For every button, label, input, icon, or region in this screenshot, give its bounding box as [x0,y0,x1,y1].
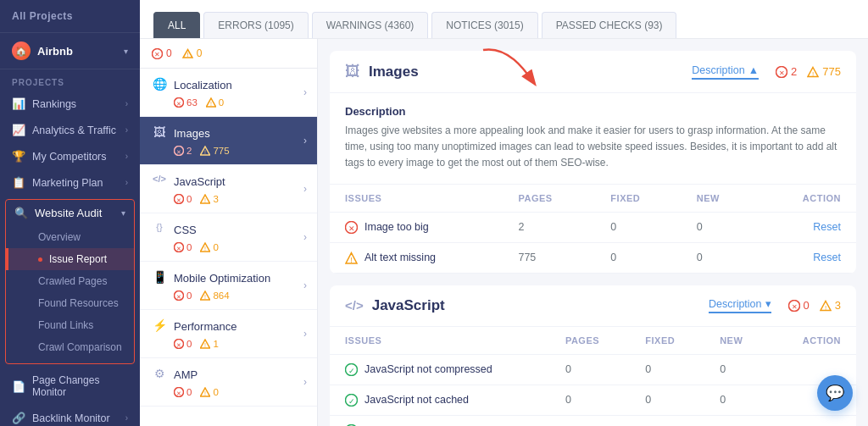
js-col-new: NEW [704,327,771,355]
javascript-section-card: </> JavaScript Description ▾ ✕ 0 ! 3 [330,285,856,426]
all-projects-label[interactable]: All Projects [0,0,140,33]
table-row: ✕ Image too big 2 0 0 Reset [330,212,856,242]
sidebar-item-rankings[interactable]: 📊 Rankings › [0,91,140,117]
left-item-css[interactable]: {} CSS ✕ 0 ! 0 › [140,213,317,262]
issue-pages-cell-2: 775 [503,242,595,273]
left-item-javascript[interactable]: </> JavaScript ✕ 0 ! 3 › [140,165,317,213]
mobile-icon: 📱 [152,270,167,285]
sidebar-website-audit-label: Website Audit [35,207,102,219]
images-col-pages: PAGES [503,185,595,213]
brand-selector[interactable]: 🏠 Airbnb ▾ [0,33,140,69]
svg-text:!: ! [204,294,206,300]
sidebar-sub-found-links[interactable]: Found Links [6,314,134,336]
images-section-icon: 🖼 [345,63,360,80]
svg-text:✓: ✓ [348,396,355,405]
tab-notices[interactable]: NOTICES (3015) [431,12,537,38]
sidebar-item-website-audit[interactable]: 🔍 Website Audit ▾ [6,200,134,226]
css-title: CSS [174,224,305,236]
tab-warnings[interactable]: WARNINGS (4360) [312,12,429,38]
js-issue-name-2: ✓ JavaScript not cached [345,394,535,407]
left-item-localization[interactable]: 🌐 Localization ✕ 63 ! 0 › [140,69,317,117]
left-item-images[interactable]: 🖼 Images ✕ 2 ! 775 › [140,117,317,165]
sidebar-item-competitors[interactable]: 🏆 My Competitors › [0,143,140,169]
analytics-icon: 📈 [12,124,25,136]
projects-section-label: PROJECTS [0,69,140,91]
javascript-icon: </> [152,174,167,189]
images-errors: ✕ 2 [174,146,192,156]
images-section-title: Images [369,64,692,80]
js-new-1: 0 [704,354,771,385]
sidebar-marketing-label: Marketing Plan [32,177,119,189]
right-panel: 🖼 Images Description ▲ ✕ 2 ! 775 [318,39,868,426]
badge-err-icon: ✕ [776,66,787,78]
filter-tabs-bar: ALL ERRORS (1095) WARNINGS (4360) NOTICE… [140,0,868,39]
rankings-chevron-icon: › [125,99,128,108]
issue-reset-button[interactable]: Reset [758,212,856,242]
sidebar-sub-overview[interactable]: Overview [6,226,134,248]
table-row: ✓ JavaScript too big 0 0 0 [330,415,856,426]
warning-triangle-icon: ! [182,48,193,59]
website-audit-section: 🔍 Website Audit ▾ Overview Issue Report … [5,199,135,364]
brand-icon: 🏠 [12,41,31,60]
chat-bubble-button[interactable]: 💬 [817,375,853,411]
images-desc-title: Description [345,105,841,118]
issue-warn-icon: ! [345,252,358,264]
sidebar-sub-crawl-comparison[interactable]: Crawl Comparison [6,336,134,358]
tab-all[interactable]: ALL [153,12,200,38]
images-description-tab[interactable]: Description ▲ [692,64,759,80]
table-row: ✓ JavaScript not cached 0 0 0 [330,385,856,415]
images-warn-icon: ! [200,146,210,156]
issue-name-cell: ✕ Image too big [345,221,487,234]
main-content: ALL ERRORS (1095) WARNINGS (4360) NOTICE… [140,0,868,426]
images-badge-warnings: ! 775 [807,65,841,78]
mobile-chevron-icon: › [303,279,307,291]
table-row: ! Alt text missing 775 0 0 Reset [330,242,856,273]
tab-passed[interactable]: PASSED CHECKS (93) [542,12,677,38]
images-warnings: ! 775 [200,146,229,156]
svg-text:✕: ✕ [176,342,181,348]
amp-title: AMP [174,368,305,381]
sidebar-item-analytics[interactable]: 📈 Analytics & Traffic › [0,117,140,143]
js-fixed-1: 0 [630,354,704,385]
images-col-fixed: FIXED [595,185,681,213]
left-item-amp[interactable]: ⚙ AMP ✕ 0 ! 0 › [140,358,317,407]
css-warn-icon: ! [200,242,210,252]
javascript-description-tab[interactable]: Description ▾ [709,297,771,313]
sidebar-item-page-changes[interactable]: 📄 Page Changes Monitor [0,368,140,405]
issue-reset-button-2[interactable]: Reset [758,242,856,273]
svg-text:✕: ✕ [176,197,181,203]
perf-err-icon: ✕ [174,339,184,349]
err-sm-icon: ✕ [174,97,184,108]
issue-name-cell-2: ! Alt text missing [345,252,487,264]
sidebar-sub-crawled-pages[interactable]: Crawled Pages [6,270,134,292]
javascript-issues-table: ISSUES PAGES FIXED NEW ACTION ✓ [330,327,856,426]
images-title: Images [174,127,305,140]
js-warn-icon: ! [200,194,210,204]
left-item-mobile[interactable]: 📱 Mobile Optimization ✕ 0 ! 864 › [140,262,317,310]
tab-errors[interactable]: ERRORS (1095) [203,12,308,38]
svg-text:✕: ✕ [176,149,181,155]
sidebar-backlink-label: Backlink Monitor [32,412,119,424]
svg-text:!: ! [350,255,353,263]
css-chevron-icon: › [303,231,307,243]
localization-errors: ✕ 63 [174,97,198,108]
localization-icon: 🌐 [152,77,167,92]
images-desc-text: Images give websites a more appealing lo… [345,123,841,172]
content-area: ✕ 0 ! 0 🌐 Localization ✕ 63 [140,39,868,426]
issue-report-dot [38,257,42,262]
sidebar-item-backlink[interactable]: 🔗 Backlink Monitor › [0,405,140,426]
chat-icon: 💬 [826,384,844,402]
mobile-errors: ✕ 0 [174,290,192,301]
sidebar-item-marketing[interactable]: 📋 Marketing Plan › [0,169,140,196]
svg-text:✕: ✕ [176,246,181,252]
issue-new-cell-2: 0 [682,242,758,273]
page-changes-icon: 📄 [12,380,25,393]
images-issues-table: ISSUES PAGES FIXED NEW ACTION ✕ [330,185,856,274]
mobile-warn-icon: ! [200,290,210,301]
js-issue-name-1: ✓ JavaScript not compressed [345,363,535,376]
images-badges: ✕ 2 ! 775 [776,65,841,78]
left-item-performance[interactable]: ⚡ Performance ✕ 0 ! 1 › [140,310,317,358]
sidebar-sub-found-resources[interactable]: Found Resources [6,292,134,314]
localization-title: Localization [174,79,305,91]
sidebar-sub-issue-report[interactable]: Issue Report [6,248,134,270]
